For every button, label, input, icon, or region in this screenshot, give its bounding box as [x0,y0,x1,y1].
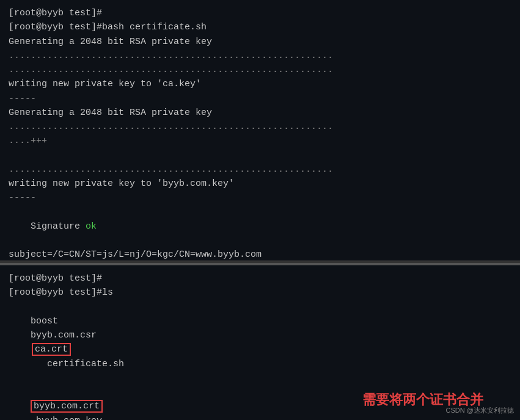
line-3: Generating a 2048 bit RSA private key [9,35,511,49]
ls-item-boost: boost [31,316,124,326]
line-11 [9,149,511,163]
ls-item-byyb-key: byyb.com.key [31,416,113,421]
line-7: ----- [9,92,511,106]
line-12: ........................................… [9,163,511,177]
terminal-top: [root@byyb test]# [root@byyb test]#bash … [0,0,520,263]
line-10: ....+++ [9,134,511,148]
line-subject: subject=/C=CN/ST=js/L=nj/O=kgc/CN=www.by… [9,248,511,262]
line-14: ----- [9,191,511,205]
line-1: [root@byyb test]# [9,6,511,20]
csdn-badge: CSDN @达米安利拉德 [446,406,514,415]
line-5: ........................................… [9,63,511,77]
ls-item-csr: byyb.com.csr [31,330,108,341]
ls-item-cacrt: ca.crt [32,343,71,356]
terminal-bottom: [root@byyb test]# [root@byyb test]#ls bo… [0,265,520,420]
line-9: ........................................… [9,120,511,134]
bottom-line-1: [root@byyb test]# [9,271,511,286]
line-4: ........................................… [9,49,511,63]
line-sig: Signature ok [9,205,511,248]
line-6: writing new private key to 'ca.key' [9,77,511,91]
ls-item-cert-sh: certificate.sh [31,359,124,369]
bottom-line-2: [root@byyb test]#ls [9,286,511,300]
line-2: [root@byyb test]#bash certificate.sh [9,20,511,34]
line-13: writing new private key to 'byyb.com.key… [9,177,511,191]
line-8: Generating a 2048 bit RSA private key [9,106,511,120]
ls-item-byyb-crt: byyb.com.crt [31,400,103,413]
ls-line-1: boost byyb.com.csr ca.crt certificate.sh [9,300,511,386]
